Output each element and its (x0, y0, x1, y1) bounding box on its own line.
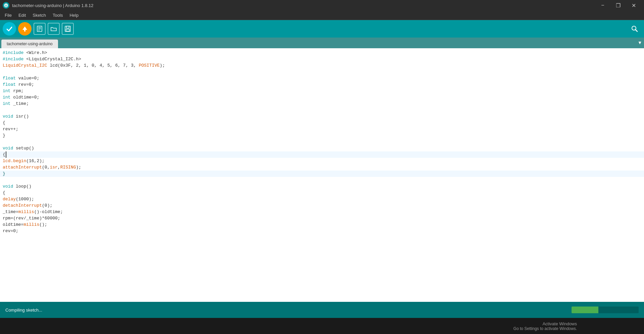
code-line: } (0, 132, 644, 139)
code-line (0, 177, 644, 183)
code-editor[interactable]: #include <Wire.h> #include <LiquidCrysta… (0, 48, 644, 302)
code-line (0, 107, 644, 113)
titlebar: ∞ tachometer-using-arduino | Arduino 1.8… (0, 0, 644, 11)
statusbar: Compiling sketch... (0, 302, 644, 318)
app-icon: ∞ (3, 2, 9, 9)
save-button[interactable] (62, 23, 74, 35)
code-line: } (0, 171, 644, 177)
code-line: lcd.begin(16,2); (0, 158, 644, 164)
code-line: void isr() (0, 113, 644, 120)
activate-windows: Activate Windows Go to Settings to activ… (514, 321, 577, 331)
svg-rect-10 (66, 29, 69, 31)
windows-taskbar: Activate Windows Go to Settings to activ… (0, 318, 644, 334)
menu-sketch[interactable]: Sketch (29, 11, 49, 20)
svg-rect-9 (66, 26, 69, 28)
status-text: Compiling sketch... (5, 308, 42, 313)
code-line: rpm=(rev/_time)*60000; (0, 215, 644, 221)
tab-dropdown-arrow[interactable]: ▼ (639, 40, 641, 46)
code-line-cursor: { (0, 151, 644, 158)
minimize-button[interactable]: − (595, 0, 610, 11)
close-button[interactable]: ✕ (626, 0, 641, 11)
search-button[interactable] (628, 22, 641, 36)
code-line: void loop() (0, 183, 644, 190)
compile-progress (572, 307, 639, 313)
progress-bar (572, 307, 598, 313)
code-line: rev++; (0, 126, 644, 132)
code-line: { (0, 190, 644, 196)
code-line: #include <Wire.h> (0, 50, 644, 56)
code-line (0, 139, 644, 145)
code-line: rev=0; (0, 228, 644, 234)
menubar: File Edit Sketch Tools Help (0, 11, 644, 20)
new-button[interactable] (34, 23, 46, 35)
toolbar-right (628, 22, 641, 36)
svg-rect-3 (24, 30, 25, 31)
tabbar: tachometer-using-arduino ▼ (0, 38, 644, 48)
activate-line2: Go to Settings to activate Windows. (514, 326, 577, 331)
code-line: { (0, 120, 644, 126)
code-line: LiquidCrystal_I2C lcd(0x3F, 2, 1, 0, 4, … (0, 62, 644, 69)
menu-tools[interactable]: Tools (49, 11, 66, 20)
svg-text:∞: ∞ (5, 4, 7, 7)
code-line: int _time; (0, 101, 644, 107)
maximize-button[interactable]: ❐ (610, 0, 626, 11)
verify-button[interactable] (3, 22, 16, 36)
tab-sketch[interactable]: tachometer-using-arduino (1, 40, 58, 48)
svg-marker-2 (22, 26, 27, 30)
code-line: detachInterrupt(0); (0, 202, 644, 209)
tab-label: tachometer-using-arduino (7, 42, 53, 46)
code-line: float value=0; (0, 75, 644, 81)
code-line: #include <LiquidCrystal_I2C.h> (0, 56, 644, 62)
code-line: _time=millis()-oldtime; (0, 209, 644, 215)
window-controls: − ❐ ✕ (595, 0, 641, 11)
menu-help[interactable]: Help (66, 11, 82, 20)
toolbar (0, 20, 644, 38)
code-line: attachInterrupt(0,isr,RISING); (0, 164, 644, 171)
code-line: int oldtime=0; (0, 94, 644, 101)
code-line (0, 69, 644, 75)
code-line: void setup() (0, 145, 644, 151)
code-line: int rpm; (0, 88, 644, 94)
open-button[interactable] (48, 23, 60, 35)
menu-file[interactable]: File (1, 11, 15, 20)
upload-button[interactable] (18, 22, 32, 36)
activate-line1: Activate Windows (514, 321, 577, 326)
code-line: delay(1000); (0, 196, 644, 202)
menu-edit[interactable]: Edit (15, 11, 29, 20)
code-line: oldtime=millis(); (0, 221, 644, 228)
code-line: float rev=0; (0, 81, 644, 88)
window-title: tachometer-using-arduino | Arduino 1.8.1… (12, 3, 595, 8)
svg-line-12 (636, 30, 638, 32)
